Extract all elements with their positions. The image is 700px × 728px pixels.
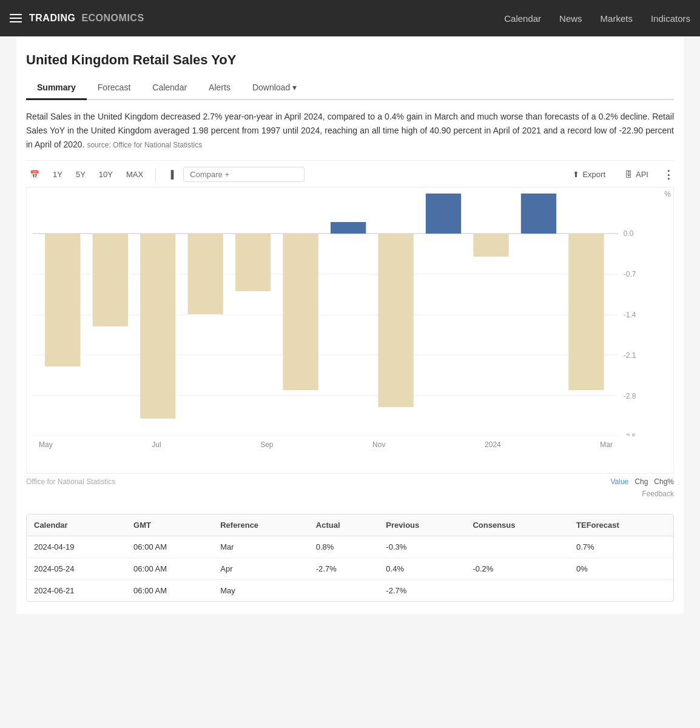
svg-rect-21	[426, 194, 461, 234]
more-options-button[interactable]: ⋮	[663, 168, 674, 181]
cell-previous: -2.7%	[379, 580, 465, 602]
svg-text:-1.4: -1.4	[624, 311, 636, 319]
period-10y[interactable]: 10Y	[95, 168, 116, 181]
database-icon: 🗄	[625, 170, 633, 179]
col-gmt: GMT	[126, 514, 213, 536]
navbar: TRADING ECONOMICS Calendar News Markets …	[0, 0, 700, 36]
chart-container: % 0.0 -0.7 -1.4 -2.1 -2.8 -3.5	[26, 187, 674, 474]
feedback-row: Feedback	[26, 487, 674, 504]
svg-text:-2.8: -2.8	[624, 392, 636, 400]
svg-rect-15	[140, 234, 175, 419]
tab-download[interactable]: Download ▾	[241, 76, 308, 100]
cell-actual	[309, 580, 379, 602]
cell-teforecast	[569, 580, 673, 602]
export-label: Export	[582, 170, 605, 179]
api-button[interactable]: 🗄 API	[620, 168, 653, 181]
cell-reference: May	[213, 580, 309, 602]
x-label-sep: Sep	[260, 440, 273, 449]
chart-footer: Office for National Statistics Value Chg…	[26, 474, 674, 487]
nav-link-calendar[interactable]: Calendar	[504, 11, 541, 26]
feedback-label[interactable]: Feedback	[642, 490, 674, 498]
svg-text:-2.1: -2.1	[624, 351, 636, 360]
cell-calendar: 2024-05-24	[27, 558, 126, 580]
cell-gmt: 06:00 AM	[126, 580, 213, 602]
chart-svg: 0.0 -0.7 -1.4 -2.1 -2.8 -3.5	[33, 194, 643, 438]
tab-summary[interactable]: Summary	[26, 76, 87, 100]
description: Retail Sales in the United Kingdom decre…	[26, 100, 674, 161]
cell-consensus	[465, 580, 569, 602]
chart-source: Office for National Statistics	[26, 477, 115, 486]
tab-forecast[interactable]: Forecast	[87, 76, 141, 100]
export-button[interactable]: ⬆ Export	[568, 168, 610, 181]
cell-teforecast: 0.7%	[569, 536, 673, 558]
svg-rect-13	[45, 234, 80, 366]
cell-teforecast: 0%	[569, 558, 673, 580]
bar-chart-icon[interactable]: ▐	[164, 168, 177, 181]
brand-trading: TRADING	[29, 13, 75, 24]
toolbar-divider	[155, 168, 156, 181]
api-label: API	[636, 170, 648, 179]
calendar-icon[interactable]: 📅	[26, 168, 43, 181]
chart-footer-right: Value Chg Chg%	[610, 477, 674, 486]
x-label-may: May	[39, 440, 53, 449]
nav-link-news[interactable]: News	[559, 11, 582, 26]
svg-rect-17	[235, 234, 271, 291]
svg-text:-3.5: -3.5	[624, 433, 636, 436]
brand-economics: ECONOMICS	[81, 13, 144, 24]
cell-gmt: 06:00 AM	[126, 558, 213, 580]
percent-label: %	[664, 190, 671, 198]
chg-button[interactable]: Chg	[634, 477, 648, 486]
tab-alerts[interactable]: Alerts	[198, 76, 241, 100]
tabs: Summary Forecast Calendar Alerts Downloa…	[26, 76, 674, 100]
period-5y[interactable]: 5Y	[72, 168, 89, 181]
col-consensus: Consensus	[465, 514, 569, 536]
page-title: United Kingdom Retail Sales YoY	[26, 46, 674, 76]
chevron-down-icon: ▾	[292, 83, 297, 92]
cell-calendar: 2024-04-19	[27, 536, 126, 558]
chart-toolbar: 📅 1Y 5Y 10Y MAX ▐ ⬆ Export 🗄 API ⋮	[26, 161, 674, 187]
svg-text:-0.7: -0.7	[624, 270, 636, 278]
cell-gmt: 06:00 AM	[126, 536, 213, 558]
cell-calendar: 2024-06-21	[27, 580, 126, 602]
table-row: 2024-06-2106:00 AMMay-2.7%	[27, 580, 673, 602]
cell-actual: 0.8%	[309, 536, 379, 558]
svg-text:0.0: 0.0	[624, 229, 634, 238]
cell-reference: Apr	[213, 558, 309, 580]
svg-rect-19	[331, 222, 366, 234]
svg-rect-18	[283, 234, 318, 390]
x-label-2024: 2024	[485, 440, 501, 449]
table-row: 2024-04-1906:00 AMMar0.8%-0.3%0.7%	[27, 536, 673, 558]
table-row: 2024-05-2406:00 AMApr-2.7%0.4%-0.2%0%	[27, 558, 673, 580]
table-header-row: Calendar GMT Reference Actual Previous C…	[27, 514, 673, 536]
value-button[interactable]: Value	[610, 477, 628, 486]
svg-rect-20	[378, 234, 413, 407]
data-table: Calendar GMT Reference Actual Previous C…	[27, 514, 673, 601]
brand: TRADING ECONOMICS	[29, 13, 144, 24]
svg-rect-14	[93, 234, 128, 326]
svg-rect-22	[473, 234, 508, 257]
nav-links: Calendar News Markets Indicators	[504, 11, 690, 26]
source-label: source: Office for National Statistics	[87, 141, 202, 149]
cell-consensus	[465, 536, 569, 558]
period-max[interactable]: MAX	[123, 168, 147, 181]
cell-previous: 0.4%	[379, 558, 465, 580]
compare-input[interactable]	[183, 167, 305, 182]
col-teforecast: TEForecast	[569, 514, 673, 536]
export-icon: ⬆	[573, 170, 579, 179]
toolbar-right: ⬆ Export 🗄 API ⋮	[568, 168, 674, 181]
nav-link-indicators[interactable]: Indicators	[651, 11, 690, 26]
col-previous: Previous	[379, 514, 465, 536]
col-reference: Reference	[213, 514, 309, 536]
period-1y[interactable]: 1Y	[49, 168, 66, 181]
x-label-mar: Mar	[600, 440, 613, 449]
cell-actual: -2.7%	[309, 558, 379, 580]
col-calendar: Calendar	[27, 514, 126, 536]
col-actual: Actual	[309, 514, 379, 536]
main-container: United Kingdom Retail Sales YoY Summary …	[16, 36, 684, 614]
cell-consensus: -0.2%	[465, 558, 569, 580]
svg-rect-23	[521, 194, 556, 234]
hamburger-menu[interactable]	[10, 14, 22, 22]
nav-link-markets[interactable]: Markets	[601, 11, 633, 26]
chgpct-button[interactable]: Chg%	[654, 477, 674, 486]
tab-calendar[interactable]: Calendar	[141, 76, 198, 100]
